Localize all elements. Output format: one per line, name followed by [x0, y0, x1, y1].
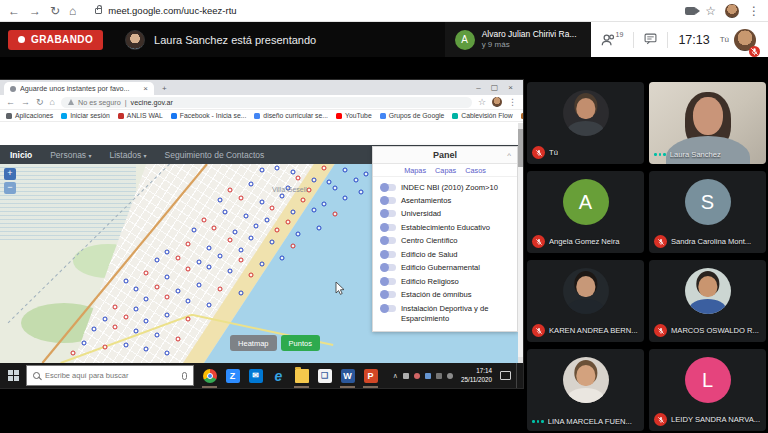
taskbar-app-ppt[interactable]: P — [359, 363, 382, 388]
taskbar-app-mail[interactable]: ✉ — [244, 363, 267, 388]
map-marker[interactable] — [290, 169, 295, 174]
map-marker[interactable] — [332, 185, 337, 190]
scroll-down-icon[interactable] — [518, 357, 523, 363]
participant-tile[interactable]: Laura Sanchez — [649, 82, 766, 164]
participant-tile[interactable]: KAREN ANDREA BERN... — [527, 260, 644, 342]
panel-tab-capas[interactable]: Capas — [435, 166, 456, 175]
participant-tile[interactable]: LLEIDY SANDRA NARVA... — [649, 349, 766, 431]
map-marker[interactable] — [207, 245, 212, 250]
map-marker[interactable] — [275, 227, 280, 232]
map-marker[interactable] — [322, 165, 327, 170]
minimize-icon[interactable]: – — [476, 84, 480, 92]
map-marker[interactable] — [301, 197, 306, 202]
address-bar[interactable]: meet.google.com/uuc-keez-rtu — [85, 3, 676, 19]
reload-icon[interactable]: ↻ — [36, 97, 44, 107]
participants-pill[interactable]: A Alvaro Julian Chirivi Ra... y 9 más — [445, 22, 591, 57]
tray-icon[interactable] — [436, 373, 442, 379]
bookmark-item[interactable]: diseño curricular se... — [254, 112, 328, 119]
map-marker[interactable] — [165, 249, 170, 254]
home-icon[interactable]: ⌂ — [50, 97, 55, 107]
taskbar-app-edge[interactable]: e — [267, 363, 290, 388]
map-marker[interactable] — [243, 213, 248, 218]
map-marker[interactable] — [133, 329, 138, 334]
shared-address-bar[interactable]: No es seguro | vecine.gov.ar — [61, 97, 472, 108]
layer-toggle[interactable] — [381, 224, 396, 231]
heatmap-button[interactable]: Heatmap — [230, 335, 276, 351]
zoom-in-button[interactable]: + — [4, 168, 16, 180]
camera-permission-icon[interactable] — [685, 7, 696, 15]
participant-tile[interactable]: SSandra Carolina Mont... — [649, 171, 766, 253]
back-icon[interactable]: ← — [6, 97, 15, 107]
map-marker[interactable] — [102, 317, 107, 322]
map-marker[interactable] — [259, 199, 264, 204]
layer-toggle[interactable] — [381, 251, 396, 258]
tab-close-icon[interactable]: × — [143, 85, 148, 93]
browser-menu-icon[interactable]: ⋮ — [748, 5, 760, 17]
map-marker[interactable] — [133, 307, 138, 312]
map-marker[interactable] — [144, 271, 149, 276]
tray-chevron-icon[interactable]: ∧ — [393, 372, 398, 380]
map-marker[interactable] — [254, 223, 259, 228]
layer-toggle[interactable] — [381, 210, 396, 217]
map-marker[interactable] — [207, 265, 212, 270]
map-marker[interactable] — [196, 283, 201, 288]
tray-icon[interactable] — [447, 373, 453, 379]
layer-toggle[interactable] — [381, 237, 396, 244]
map-marker[interactable] — [154, 285, 159, 290]
map-marker[interactable] — [343, 195, 348, 200]
map-marker[interactable] — [296, 231, 301, 236]
map-marker[interactable] — [343, 167, 348, 172]
bookmark-star-icon[interactable]: ☆ — [705, 5, 716, 17]
layer-toggle[interactable] — [381, 305, 396, 312]
chevron-up-icon[interactable]: ^ — [507, 151, 511, 160]
map-marker[interactable] — [186, 267, 191, 272]
map-marker[interactable] — [217, 197, 222, 202]
tray-icon[interactable] — [425, 373, 431, 379]
participant-tile[interactable]: LINA MARCELA FUEN... — [527, 349, 644, 431]
map-marker[interactable] — [165, 313, 170, 318]
taskbar-app-note[interactable]: ❑ — [313, 363, 336, 388]
puntos-button[interactable]: Puntos — [281, 335, 320, 351]
map-marker[interactable] — [186, 241, 191, 246]
map-marker[interactable] — [249, 273, 254, 278]
action-center-icon[interactable] — [500, 371, 511, 380]
map-marker[interactable] — [311, 207, 316, 212]
bookmark-star-icon[interactable]: ☆ — [478, 97, 486, 107]
map-marker[interactable] — [186, 317, 191, 322]
taskbar-search[interactable] — [26, 365, 194, 386]
maximize-icon[interactable]: ▢ — [491, 84, 499, 92]
nav-item-inicio[interactable]: Inicio — [10, 150, 32, 160]
map-marker[interactable] — [228, 187, 233, 192]
nav-item-personas[interactable]: Personas ▾ — [50, 150, 91, 160]
nav-item-listados[interactable]: Listados ▾ — [110, 150, 147, 160]
map-marker[interactable] — [275, 165, 280, 170]
map-marker[interactable] — [123, 343, 128, 348]
mic-icon[interactable] — [182, 372, 187, 380]
map-marker[interactable] — [186, 299, 191, 304]
map-marker[interactable] — [154, 257, 159, 262]
forward-icon[interactable]: → — [21, 97, 30, 107]
map-marker[interactable] — [81, 341, 86, 346]
home-icon[interactable]: ⌂ — [69, 5, 76, 17]
participant-tile[interactable]: AAngela Gomez Neira — [527, 171, 644, 253]
map-marker[interactable] — [280, 255, 285, 260]
map-marker[interactable] — [123, 279, 128, 284]
map-marker[interactable] — [175, 255, 180, 260]
bookmark-item[interactable]: Aplicaciones — [6, 112, 53, 119]
bookmark-item[interactable]: Facebook - Inicia se... — [171, 112, 247, 119]
layer-toggle[interactable] — [381, 197, 396, 204]
map-marker[interactable] — [175, 337, 180, 342]
map-marker[interactable] — [191, 227, 196, 232]
map-marker[interactable] — [364, 171, 369, 176]
map-marker[interactable] — [165, 295, 170, 300]
map-marker[interactable] — [296, 175, 301, 180]
taskbar-app-word[interactable]: W — [336, 363, 359, 388]
scrollbar-thumb[interactable] — [518, 129, 523, 167]
map-marker[interactable] — [217, 287, 222, 292]
map-marker[interactable] — [71, 351, 76, 356]
zoom-out-button[interactable]: − — [4, 182, 16, 194]
map-marker[interactable] — [358, 189, 363, 194]
bookmark-item[interactable]: Cablevisión Flow — [452, 112, 512, 119]
tray-icon[interactable] — [403, 373, 409, 379]
map-marker[interactable] — [238, 291, 243, 296]
